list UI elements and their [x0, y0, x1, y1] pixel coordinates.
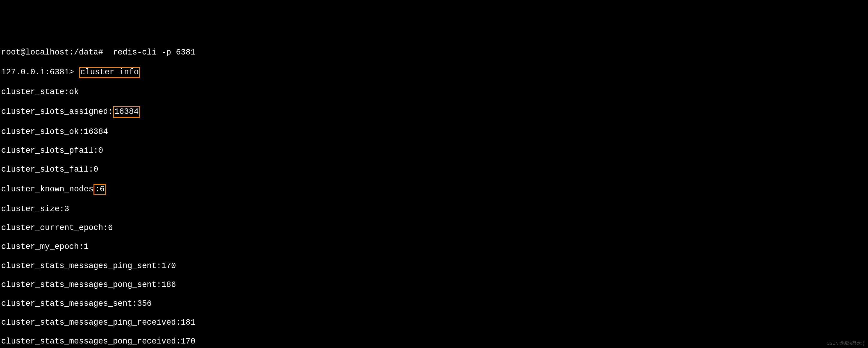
cli-command-line: 127.0.0.1:6381> cluster info — [1, 67, 868, 78]
val-my-epoch: 1 — [84, 242, 88, 251]
output-messages-sent: cluster_stats_messages_sent:356 — [1, 299, 868, 309]
val-pong-sent: 186 — [161, 280, 176, 289]
key-pong-sent: cluster_stats_messages_pong_sent — [1, 280, 156, 289]
val-cluster-size: 3 — [64, 204, 69, 214]
output-current-epoch: cluster_current_epoch:6 — [1, 223, 868, 233]
val-messages-sent: 356 — [137, 299, 152, 308]
watermark-text: CSDN @魔法恐龙: ) — [827, 341, 864, 346]
key-slots-fail: cluster_slots_fail — [1, 165, 89, 174]
key-ping-sent: cluster_stats_messages_ping_sent — [1, 261, 156, 271]
output-slots-ok: cluster_slots_ok:16384 — [1, 127, 868, 137]
output-cluster-size: cluster_size:3 — [1, 204, 868, 214]
output-ping-received: cluster_stats_messages_ping_received:181 — [1, 318, 868, 328]
key-cluster-state: cluster_state — [1, 88, 64, 96]
cli-prompt: 127.0.0.1:6381> — [1, 68, 74, 77]
output-slots-fail: cluster_slots_fail:0 — [1, 165, 868, 175]
val-slots-ok: 16384 — [84, 127, 108, 136]
output-pong-sent: cluster_stats_messages_pong_sent:186 — [1, 280, 868, 290]
key-slots-assigned: cluster_slots_assigned — [1, 107, 108, 116]
key-known-nodes: cluster_known_nodes — [1, 185, 93, 194]
key-ping-received: cluster_stats_messages_ping_received — [1, 318, 176, 327]
val-ping-sent: 170 — [161, 261, 176, 271]
terminal-output[interactable]: root@localhost:/data# redis-cli -p 6381 … — [1, 38, 868, 348]
key-pong-received: cluster_stats_messages_pong_received — [1, 337, 176, 346]
key-slots-pfail: cluster_slots_pfail — [1, 146, 93, 155]
output-pong-received: cluster_stats_messages_pong_received:170 — [1, 337, 868, 347]
key-current-epoch: cluster_current_epoch — [1, 223, 103, 232]
output-ping-sent: cluster_stats_messages_ping_sent:170 — [1, 261, 868, 271]
output-known-nodes: cluster_known_nodes:6 — [1, 184, 868, 195]
val-cluster-state: ok — [69, 88, 79, 96]
output-slots-pfail: cluster_slots_pfail:0 — [1, 146, 868, 156]
key-messages-sent: cluster_stats_messages_sent — [1, 299, 132, 308]
output-cluster-state: cluster_state:ok — [1, 88, 868, 97]
val-slots-fail: 0 — [93, 165, 98, 174]
val-pong-received: 170 — [181, 337, 196, 346]
key-slots-ok: cluster_slots_ok — [1, 127, 79, 136]
val-slots-pfail: 0 — [98, 146, 103, 155]
val-ping-received: 181 — [181, 318, 196, 327]
val-current-epoch: 6 — [108, 223, 113, 232]
shell-prompt-line: root@localhost:/data# redis-cli -p 6381 — [1, 48, 868, 58]
output-slots-assigned: cluster_slots_assigned:16384 — [1, 106, 868, 118]
slots-highlight: 16384 — [113, 106, 140, 118]
nodes-highlight: :6 — [93, 184, 106, 195]
key-cluster-size: cluster_size — [1, 204, 59, 214]
output-my-epoch: cluster_my_epoch:1 — [1, 242, 868, 252]
key-my-epoch: cluster_my_epoch — [1, 242, 79, 251]
command-highlight: cluster info — [79, 67, 140, 78]
